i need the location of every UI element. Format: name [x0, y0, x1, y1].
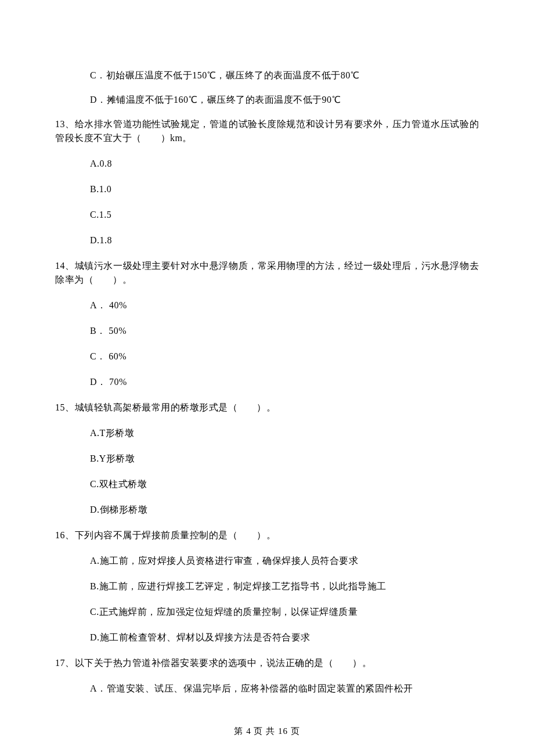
page-footer: 第 4 页 共 16 页: [0, 725, 534, 738]
option-c: C．初始碾压温度不低于150℃，碾压终了的表面温度不低于80℃: [55, 69, 479, 82]
q13-c: C.1.5: [55, 208, 479, 222]
q15-b: B.Y形桥墩: [55, 452, 479, 466]
q14-stem: 14、城镇污水一级处理主要针对水中悬浮物质，常采用物理的方法，经过一级处理后，污…: [55, 259, 479, 287]
q14-d: D． 70%: [55, 375, 479, 389]
q15-d: D.倒梯形桥墩: [55, 503, 479, 517]
q15-a: A.T形桥墩: [55, 426, 479, 440]
q16-c: C.正式施焊前，应加强定位短焊缝的质量控制，以保证焊缝质量: [55, 605, 479, 619]
q15-stem: 15、城镇轻轨高架桥最常用的桥墩形式是（ ）。: [55, 401, 479, 415]
q16-d: D.施工前检查管材、焊材以及焊接方法是否符合要求: [55, 631, 479, 645]
q14-c: C． 60%: [55, 350, 479, 363]
q13-a: A.0.8: [55, 157, 479, 171]
q17-a: A．管道安装、试压、保温完毕后，应将补偿器的临时固定装置的紧固件松开: [55, 682, 479, 696]
q13-stem: 13、给水排水管道功能性试验规定，管道的试验长度除规范和设计另有要求外，压力管道…: [55, 117, 479, 145]
q17-stem: 17、以下关于热力管道补偿器安装要求的选项中，说法正确的是（ ）。: [55, 656, 479, 670]
q13-d: D.1.8: [55, 233, 479, 247]
option-d: D．摊铺温度不低于160℃，碾压终了的表面温度不低于90℃: [55, 93, 479, 107]
q14-b: B． 50%: [55, 324, 479, 338]
q16-b: B.施工前，应进行焊接工艺评定，制定焊接工艺指导书，以此指导施工: [55, 579, 479, 593]
q13-b: B.1.0: [55, 182, 479, 196]
q15-c: C.双柱式桥墩: [55, 477, 479, 491]
q16-a: A.施工前，应对焊接人员资格进行审查，确保焊接人员符合要求: [55, 554, 479, 568]
q16-stem: 16、下列内容不属于焊接前质量控制的是（ ）。: [55, 528, 479, 542]
q14-a: A． 40%: [55, 298, 479, 312]
page: C．初始碾压温度不低于150℃，碾压终了的表面温度不低于80℃ D．摊铺温度不低…: [0, 0, 534, 756]
